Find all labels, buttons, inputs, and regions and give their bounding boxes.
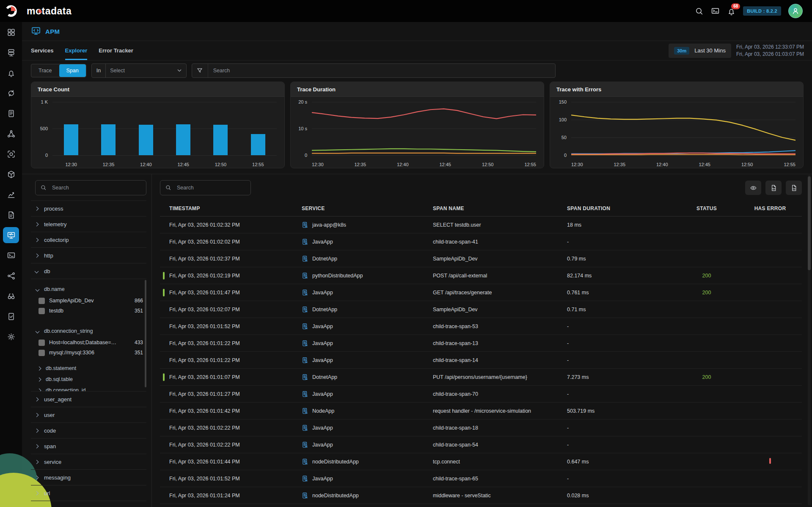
analytics-icon bbox=[3, 186, 19, 203]
facet-group-db[interactable]: db bbox=[31, 263, 146, 279]
time-from: Fri, Apr 03, 2026 12:33:07 PM bbox=[736, 44, 804, 51]
time-range-picker[interactable]: 30m Last 30 Mins bbox=[669, 44, 731, 58]
facet-group-user[interactable]: user bbox=[31, 407, 146, 423]
column-header-span-duration: SPAN DURATION bbox=[567, 206, 675, 211]
checkbox[interactable] bbox=[39, 340, 45, 346]
page-scrollbar[interactable] bbox=[808, 176, 811, 270]
chevron-right-icon bbox=[37, 388, 41, 392]
facet-group-telemetry[interactable]: telemetry bbox=[31, 217, 146, 232]
sidebar-item-monitoring[interactable] bbox=[0, 144, 22, 164]
facet-value-sampleapidb-dev[interactable]: SampleApiDb_Dev866 bbox=[36, 296, 146, 306]
table-row[interactable]: Fri, Apr 03, 2026 01:01:47 PMJavaAppGET … bbox=[160, 284, 802, 301]
in-field-select[interactable]: In Select bbox=[91, 63, 187, 78]
status-badge: 200 bbox=[702, 273, 711, 279]
funnel-icon[interactable] bbox=[192, 64, 208, 77]
table-row[interactable]: Fri, Apr 03, 2026 01:01:52 PMJavaAppchil… bbox=[160, 470, 802, 487]
facet-value-mysql-mysql-3306[interactable]: mysql://mysql:3306351 bbox=[36, 348, 146, 358]
facet-group-url[interactable]: url bbox=[31, 485, 146, 501]
tab-explorer[interactable]: Explorer bbox=[65, 41, 88, 60]
table-row[interactable]: Fri, Apr 03, 2026 01:01:44 PMnodeDistrib… bbox=[160, 453, 802, 470]
chevron-right-icon bbox=[35, 238, 39, 242]
table-row[interactable]: Fri, Apr 03, 2026 01:02:02 PMJavaAppchil… bbox=[160, 233, 802, 250]
table-row[interactable]: Fri, Apr 03, 2026 01:01:07 PMDotnetAppPU… bbox=[160, 369, 802, 386]
facet-value-host-localhost-database[interactable]: Host=localhost;Database=…433 bbox=[36, 337, 146, 348]
sidebar-item-infrastructure[interactable] bbox=[0, 42, 22, 63]
export-pdf-button[interactable]: PDF bbox=[765, 181, 782, 195]
error-indicator bbox=[769, 458, 771, 464]
facet-count: 351 bbox=[135, 308, 143, 314]
sidebar-item-analytics[interactable] bbox=[0, 184, 22, 205]
table-row[interactable]: Fri, Apr 03, 2026 01:02:37 PMDotnetAppSa… bbox=[160, 250, 802, 267]
status-badge: 200 bbox=[702, 290, 711, 296]
export-csv-button[interactable]: CSV bbox=[786, 181, 802, 195]
facet-group-messaging[interactable]: messaging bbox=[31, 470, 146, 485]
time-range-label: Last 30 Mins bbox=[694, 47, 726, 54]
checkbox[interactable] bbox=[39, 298, 45, 304]
time-range-badge: 30m bbox=[674, 47, 689, 55]
trace-doc-icon bbox=[302, 238, 308, 246]
table-row[interactable]: Fri, Apr 03, 2026 01:01:27 PMJavaAppchil… bbox=[160, 386, 802, 403]
table-row[interactable]: Fri, Apr 03, 2026 01:01:52 PMJavaAppchil… bbox=[160, 318, 802, 335]
search-icon[interactable] bbox=[695, 7, 704, 16]
table-row[interactable]: Fri, Apr 03, 2026 01:02:22 PMJavaAppchil… bbox=[160, 436, 802, 453]
table-row[interactable]: Fri, Apr 03, 2026 01:01:42 PMNodeApprequ… bbox=[160, 403, 802, 419]
sidebar-item-operations[interactable] bbox=[0, 83, 22, 103]
table-row[interactable]: Fri, Apr 03, 2026 01:02:07 PMDotnetAppSa… bbox=[160, 301, 802, 318]
table-search-input[interactable] bbox=[172, 185, 250, 191]
facet-field-db-name[interactable]: db.name bbox=[36, 283, 146, 296]
sidebar-item-compliance[interactable] bbox=[0, 306, 22, 326]
filter-search-input[interactable] bbox=[208, 68, 555, 74]
sidebar-item-assets[interactable] bbox=[0, 164, 22, 184]
checkbox[interactable] bbox=[39, 308, 45, 314]
facet-field-db-statement[interactable]: db.statement bbox=[36, 363, 146, 374]
facet-group-collectorip[interactable]: collectorip bbox=[31, 232, 146, 248]
sidebar-item-logs[interactable] bbox=[0, 103, 22, 123]
sidebar-item-reports[interactable] bbox=[0, 205, 22, 225]
table-row[interactable]: Fri, Apr 03, 2026 01:02:32 PMjava-app@k8… bbox=[160, 217, 802, 233]
reports-icon bbox=[3, 207, 19, 223]
trace-doc-icon bbox=[302, 390, 308, 398]
tab-error-tracker[interactable]: Error Tracker bbox=[99, 41, 133, 60]
checkbox[interactable] bbox=[39, 350, 45, 356]
user-avatar[interactable] bbox=[788, 4, 803, 18]
facet-group-http[interactable]: http bbox=[31, 248, 146, 263]
view-columns-button[interactable] bbox=[745, 181, 761, 195]
facet-group-span[interactable]: span bbox=[31, 438, 146, 454]
span-toggle-button[interactable]: Span bbox=[59, 64, 86, 77]
facet-group-code[interactable]: code bbox=[31, 423, 146, 438]
facet-group-service[interactable]: service bbox=[31, 454, 146, 470]
sidebar-nav bbox=[0, 22, 22, 507]
facet-field-db-sql-table[interactable]: db.sql.table bbox=[36, 374, 146, 385]
sidebar-item-apm[interactable] bbox=[0, 225, 22, 245]
notification-count-badge: 68 bbox=[731, 3, 740, 9]
facet-count: 866 bbox=[135, 298, 143, 304]
facet-value-testdb[interactable]: testdb351 bbox=[36, 306, 146, 316]
sidebar-item-dashboard[interactable] bbox=[0, 22, 22, 42]
sidebar-item-alerts[interactable] bbox=[0, 63, 22, 83]
compliance-icon bbox=[3, 308, 19, 324]
sidebar-item-topology[interactable] bbox=[0, 123, 22, 144]
console-icon[interactable] bbox=[711, 7, 720, 16]
table-row[interactable]: Fri, Apr 03, 2026 01:02:19 PMpythonDistr… bbox=[160, 267, 802, 284]
facet-field-db-connection-id[interactable]: db.connection_id bbox=[36, 385, 146, 392]
filter-search bbox=[192, 63, 556, 78]
facet-search-input[interactable] bbox=[47, 185, 145, 191]
facet-group-user-agent[interactable]: user_agent bbox=[31, 392, 146, 407]
sidebar-item-console[interactable] bbox=[0, 245, 22, 266]
facet-group-process[interactable]: process bbox=[31, 201, 146, 217]
table-row[interactable]: Fri, Apr 03, 2026 01:01:24 PMnodeDistrib… bbox=[160, 487, 802, 504]
sidebar-item-discovery[interactable] bbox=[0, 286, 22, 306]
column-header-has-error: HAS ERROR bbox=[738, 206, 802, 211]
sidebar-item-network[interactable] bbox=[0, 266, 22, 286]
table-row[interactable]: Fri, Apr 03, 2026 01:02:22 PMJavaAppchil… bbox=[160, 419, 802, 436]
facet-field-db-connection-string[interactable]: db.connection_string bbox=[36, 325, 146, 337]
table-row[interactable]: Fri, Apr 03, 2026 01:01:22 PMJavaAppchil… bbox=[160, 352, 802, 369]
table-row[interactable]: Fri, Apr 03, 2026 01:01:22 PMJavaAppchil… bbox=[160, 335, 802, 352]
sidebar-item-settings[interactable] bbox=[0, 326, 22, 347]
trace-doc-icon bbox=[302, 306, 308, 313]
facet-scrollbar[interactable] bbox=[145, 280, 146, 387]
tab-services[interactable]: Services bbox=[31, 41, 54, 60]
trace-marker bbox=[163, 272, 165, 280]
notifications-icon[interactable]: 68 bbox=[727, 7, 736, 16]
trace-toggle-button[interactable]: Trace bbox=[31, 64, 59, 77]
